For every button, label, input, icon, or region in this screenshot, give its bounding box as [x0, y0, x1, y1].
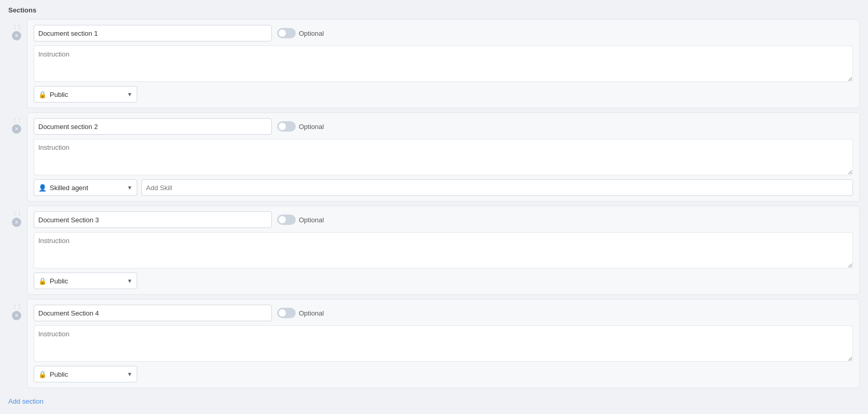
assignee-select[interactable]: 🔒Public▼ — [34, 366, 137, 382]
add-section-button[interactable]: Add section — [8, 394, 44, 408]
chevron-down-icon: ▼ — [127, 91, 133, 97]
section-header: Optional — [34, 25, 853, 41]
section-row: ⋮⋮×Optional👤Skilled agent▼ — [8, 112, 860, 202]
remove-section-button[interactable]: × — [12, 218, 21, 227]
drag-handle-icon[interactable]: ⋮⋮ — [12, 24, 21, 30]
chevron-down-icon: ▼ — [127, 371, 133, 377]
toggle-slider — [277, 215, 296, 225]
section-row: ⋮⋮×Optional🔒Public▼ — [8, 206, 860, 295]
optional-label: Optional — [299, 30, 324, 37]
assignee-select[interactable]: 👤Skilled agent▼ — [34, 179, 137, 196]
section-footer: 👤Skilled agent▼ — [34, 179, 853, 196]
optional-label: Optional — [299, 216, 324, 224]
instruction-textarea[interactable] — [34, 46, 853, 82]
instruction-textarea[interactable] — [34, 325, 853, 362]
section-name-input[interactable] — [34, 25, 272, 41]
section-header: Optional — [34, 118, 853, 135]
section-row: ⋮⋮×Optional🔒Public▼ — [8, 19, 860, 108]
optional-toggle-group: Optional — [277, 28, 324, 38]
add-skill-input[interactable] — [141, 179, 853, 196]
optional-label: Optional — [299, 123, 324, 131]
toggle-slider — [277, 28, 296, 38]
optional-toggle-group: Optional — [277, 215, 324, 225]
page-title: Sections — [8, 6, 860, 14]
instruction-textarea[interactable] — [34, 232, 853, 268]
section-card: Optional🔒Public▼ — [27, 19, 860, 108]
remove-section-button[interactable]: × — [12, 311, 21, 320]
assignee-select[interactable]: 🔒Public▼ — [34, 273, 137, 289]
assignee-label: Public — [50, 277, 68, 285]
section-name-input[interactable] — [34, 305, 272, 321]
optional-toggle[interactable] — [277, 215, 296, 225]
section-controls: ⋮⋮× — [8, 112, 25, 134]
drag-handle-icon[interactable]: ⋮⋮ — [12, 211, 21, 217]
optional-toggle[interactable] — [277, 28, 296, 38]
optional-toggle-group: Optional — [277, 121, 324, 132]
toggle-slider — [277, 121, 296, 132]
instruction-textarea[interactable] — [34, 139, 853, 175]
section-row: ⋮⋮×Optional🔒Public▼ — [8, 299, 860, 388]
section-footer: 🔒Public▼ — [34, 86, 853, 103]
assignee-label: Public — [50, 370, 68, 378]
section-controls: ⋮⋮× — [8, 299, 25, 320]
page-wrapper: Sections ⋮⋮×Optional🔒Public▼⋮⋮×Optional👤… — [0, 0, 868, 414]
assignee-select[interactable]: 🔒Public▼ — [34, 86, 137, 103]
section-name-input[interactable] — [34, 211, 272, 228]
assignee-icon: 🔒 — [38, 277, 47, 285]
section-controls: ⋮⋮× — [8, 206, 25, 227]
optional-toggle[interactable] — [277, 308, 296, 318]
section-header: Optional — [34, 305, 853, 321]
optional-toggle[interactable] — [277, 121, 296, 132]
assignee-icon: 👤 — [38, 184, 47, 192]
chevron-down-icon: ▼ — [127, 184, 133, 191]
section-card: Optional🔒Public▼ — [27, 206, 860, 295]
section-footer: 🔒Public▼ — [34, 366, 853, 382]
section-footer: 🔒Public▼ — [34, 273, 853, 289]
section-card: Optional🔒Public▼ — [27, 299, 860, 388]
sections-list: ⋮⋮×Optional🔒Public▼⋮⋮×Optional👤Skilled a… — [8, 19, 860, 388]
optional-label: Optional — [299, 309, 324, 317]
section-controls: ⋮⋮× — [8, 19, 25, 40]
remove-section-button[interactable]: × — [12, 124, 21, 134]
assignee-icon: 🔒 — [38, 370, 47, 378]
assignee-icon: 🔒 — [38, 91, 47, 98]
drag-handle-icon[interactable]: ⋮⋮ — [12, 118, 21, 123]
optional-toggle-group: Optional — [277, 308, 324, 318]
drag-handle-icon[interactable]: ⋮⋮ — [12, 304, 21, 310]
section-name-input[interactable] — [34, 118, 272, 135]
assignee-label: Public — [50, 91, 68, 98]
assignee-label: Skilled agent — [50, 184, 88, 192]
toggle-slider — [277, 308, 296, 318]
section-header: Optional — [34, 211, 853, 228]
section-card: Optional👤Skilled agent▼ — [27, 112, 860, 202]
remove-section-button[interactable]: × — [12, 31, 21, 40]
chevron-down-icon: ▼ — [127, 278, 133, 284]
